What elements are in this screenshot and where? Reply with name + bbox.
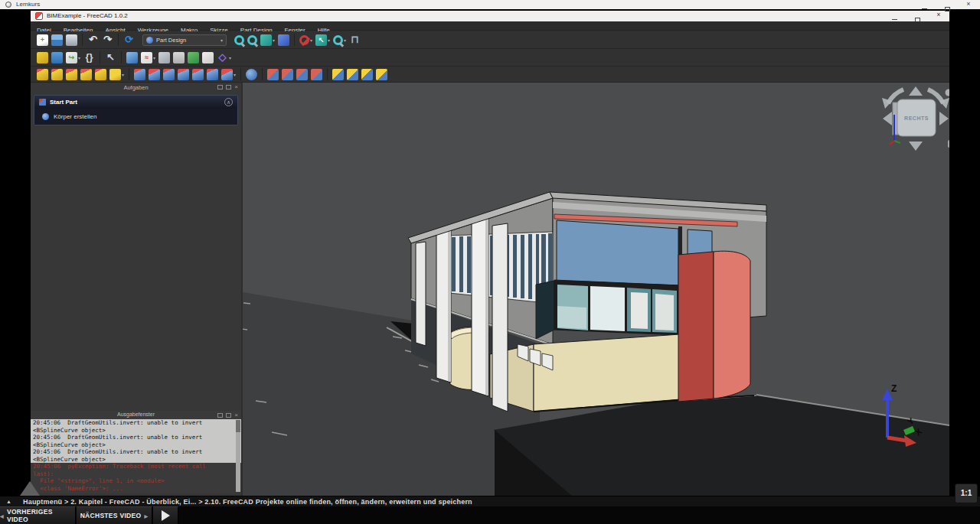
make-link-icon[interactable]: ↪▾ [66,50,80,65]
freecad-logo-icon [35,12,43,20]
menu-up-icon[interactable]: ▲ [6,499,11,504]
workbench-selector[interactable]: Part Design▾ [142,34,227,46]
boolean-icon [246,69,257,80]
toolbar-separator [100,51,100,63]
linear-pattern-icon[interactable] [347,67,358,82]
toolbar-file-view: +↶↷⟳Part Design▾▾▾↖▾▾⊓ [31,31,949,49]
breadcrumb-bar: ▲ Hauptmenü > 2. Kapitel - FreeCAD - Übe… [0,496,980,506]
report-scrollbar[interactable] [236,420,240,492]
create-body-icon[interactable] [126,50,138,65]
subtractive-pipe-icon[interactable] [192,67,204,82]
task-item-create-body[interactable]: Körper erstellen [34,109,237,125]
multitransform-icon[interactable] [376,67,387,82]
panel-close-icon[interactable]: × [234,84,238,90]
workbench-value: Part Design [156,37,220,44]
draft-icon[interactable] [296,67,308,82]
groove-icon[interactable] [163,67,175,82]
subtractive-loft-icon[interactable] [178,67,189,82]
fillet-icon[interactable] [267,67,279,82]
panel-float-icon[interactable] [217,85,223,90]
clipping-plane-icon[interactable]: ▾ [299,33,312,47]
chamfer-icon[interactable] [282,67,293,82]
ratio-1-1-button[interactable]: 1:1 [955,483,978,503]
player-maximize-button[interactable] [942,2,952,8]
chevron-down-icon: ▾ [234,72,236,77]
measure-icon[interactable]: ⊓ [349,33,361,47]
mirrored-icon [332,69,344,80]
nav-cube[interactable]: RECHTS [882,86,949,151]
subtractive-primitive-icon[interactable]: ▾ [221,67,236,82]
revolution-icon[interactable] [51,67,63,82]
white-figure-icon[interactable] [202,50,214,65]
hole-icon[interactable] [149,67,160,82]
save-icon[interactable] [66,33,77,47]
gray-figure-icon[interactable] [173,50,185,65]
undo-icon[interactable]: ↶ [87,33,99,47]
menu-popover-arrow [20,481,40,496]
new-document-icon[interactable]: + [37,33,48,47]
zoom-tools-icon[interactable]: ▾ [333,33,346,47]
player-close-icon[interactable]: × [963,1,974,8]
green-figure-icon [188,52,199,63]
dragger-icon[interactable]: ↖▾ [315,33,330,47]
polar-pattern-icon[interactable] [361,67,373,82]
pocket-icon[interactable] [134,67,145,82]
std-part-icon[interactable] [37,50,48,65]
next-arrow-icon: ▶ [144,513,148,519]
whats-this-icon[interactable]: ↖ [105,50,116,65]
redo-icon: ↷ [102,34,113,46]
workbench-icon [146,37,153,44]
zoom-selection-icon[interactable] [247,33,257,47]
additive-loft-icon[interactable] [66,67,77,82]
player-titlebar: Lernkurs × [0,0,980,9]
create-sketch-icon[interactable]: ≈▾ [141,50,155,65]
collapse-icon[interactable]: ∧ [224,98,233,106]
additive-primitive-icon [109,69,121,80]
thickness-icon [311,69,322,80]
green-figure-icon[interactable] [188,50,199,65]
3d-viewport[interactable]: RECHTS Z [243,83,949,496]
thickness-icon[interactable] [311,67,322,82]
zoom-fit-icon[interactable] [234,33,244,47]
toolbar-separator [129,68,129,80]
report-line: <class 'NameError'>: ... [31,485,241,493]
refresh-icon[interactable]: ⟳ [123,33,135,47]
report-line: File "<string>", line 1, in <module> [31,477,241,485]
chevron-down-icon: ▾ [78,55,80,60]
freecad-titlebar[interactable]: BIMExample - FreeCAD 1.0.2 × [31,11,949,21]
panel-dock-icon[interactable] [226,85,231,90]
open-document-icon[interactable] [51,33,63,47]
pad-icon[interactable] [37,67,48,82]
next-video-button[interactable]: NÄCHSTES VIDEO ▶ [77,506,152,524]
report-line: last): [31,470,241,478]
subtractive-helix-icon[interactable] [207,67,218,82]
group-icon[interactable] [51,50,63,65]
mirrored-icon[interactable] [332,67,344,82]
macro-icon[interactable]: {} [83,50,95,65]
sync-view-icon[interactable] [278,33,289,47]
isometric-view-icon[interactable]: ▾ [260,33,275,47]
report-line: <BSplineCurve object> [31,441,241,449]
report-line: 20:45:06 DraftGeomUtils.invert: unable t… [31,434,241,441]
additive-helix-icon[interactable] [95,67,106,82]
gray-figure-icon [173,52,185,63]
freecad-maximize-button[interactable] [911,12,923,20]
additive-primitive-icon[interactable]: ▾ [109,67,124,82]
freecad-minimize-button[interactable] [888,12,900,20]
map-sketch-icon[interactable] [158,50,170,65]
player-minimize-button[interactable] [919,2,929,8]
play-button[interactable] [153,506,178,524]
previous-video-button[interactable]: ◀ VORHERIGES VIDEO [0,506,76,524]
appearance-diamond-icon[interactable]: ◇▾ [217,50,231,65]
freecad-close-icon[interactable]: × [933,11,945,19]
report-close-icon[interactable]: × [234,412,238,418]
subtractive-primitive-icon [221,69,233,80]
redo-icon[interactable]: ↷ [102,33,113,47]
3d-scene: RECHTS Z [243,83,949,496]
task-section-start-part[interactable]: Start Part ∧ [34,96,237,109]
sync-view-icon [278,34,289,46]
report-float-icon[interactable] [217,413,223,418]
report-dock-icon[interactable] [226,413,231,418]
additive-pipe-icon[interactable] [80,67,92,82]
boolean-icon[interactable] [246,67,257,82]
